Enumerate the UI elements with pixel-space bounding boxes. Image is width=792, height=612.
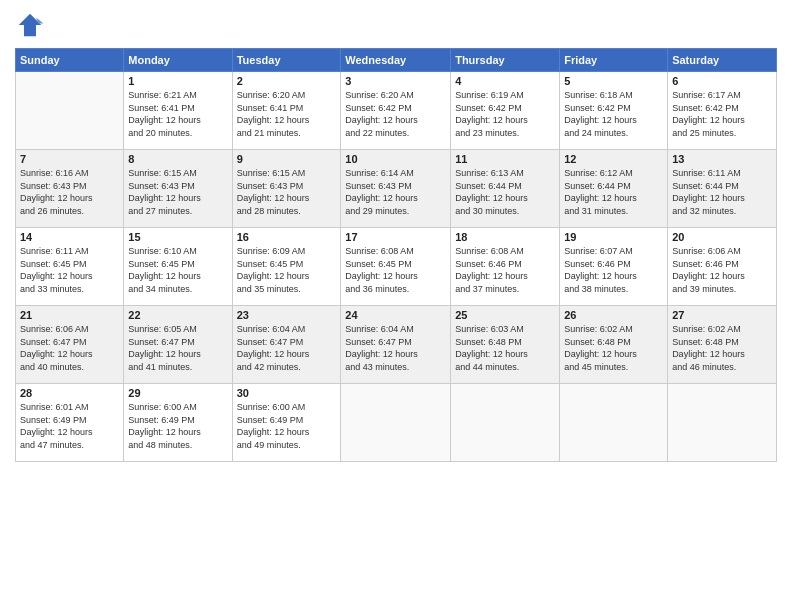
day-number: 7 [20, 153, 119, 165]
day-number: 27 [672, 309, 772, 321]
calendar-cell [341, 384, 451, 462]
day-number: 11 [455, 153, 555, 165]
day-info: Sunrise: 6:12 AM Sunset: 6:44 PM Dayligh… [564, 167, 663, 217]
day-info: Sunrise: 6:06 AM Sunset: 6:47 PM Dayligh… [20, 323, 119, 373]
day-number: 17 [345, 231, 446, 243]
header-cell-thursday: Thursday [451, 49, 560, 72]
week-row-5: 28Sunrise: 6:01 AM Sunset: 6:49 PM Dayli… [16, 384, 777, 462]
calendar-cell: 11Sunrise: 6:13 AM Sunset: 6:44 PM Dayli… [451, 150, 560, 228]
calendar-cell: 18Sunrise: 6:08 AM Sunset: 6:46 PM Dayli… [451, 228, 560, 306]
day-number: 25 [455, 309, 555, 321]
day-info: Sunrise: 6:02 AM Sunset: 6:48 PM Dayligh… [672, 323, 772, 373]
day-info: Sunrise: 6:02 AM Sunset: 6:48 PM Dayligh… [564, 323, 663, 373]
day-number: 1 [128, 75, 227, 87]
day-info: Sunrise: 6:04 AM Sunset: 6:47 PM Dayligh… [345, 323, 446, 373]
page: SundayMondayTuesdayWednesdayThursdayFrid… [0, 0, 792, 612]
day-info: Sunrise: 6:10 AM Sunset: 6:45 PM Dayligh… [128, 245, 227, 295]
header-cell-monday: Monday [124, 49, 232, 72]
day-info: Sunrise: 6:13 AM Sunset: 6:44 PM Dayligh… [455, 167, 555, 217]
calendar-cell: 19Sunrise: 6:07 AM Sunset: 6:46 PM Dayli… [560, 228, 668, 306]
calendar-cell: 6Sunrise: 6:17 AM Sunset: 6:42 PM Daylig… [668, 72, 777, 150]
day-number: 15 [128, 231, 227, 243]
calendar-cell [451, 384, 560, 462]
calendar-cell: 13Sunrise: 6:11 AM Sunset: 6:44 PM Dayli… [668, 150, 777, 228]
header-cell-sunday: Sunday [16, 49, 124, 72]
day-info: Sunrise: 6:06 AM Sunset: 6:46 PM Dayligh… [672, 245, 772, 295]
header-cell-tuesday: Tuesday [232, 49, 341, 72]
calendar-cell: 12Sunrise: 6:12 AM Sunset: 6:44 PM Dayli… [560, 150, 668, 228]
calendar-cell: 29Sunrise: 6:00 AM Sunset: 6:49 PM Dayli… [124, 384, 232, 462]
day-number: 8 [128, 153, 227, 165]
day-info: Sunrise: 6:01 AM Sunset: 6:49 PM Dayligh… [20, 401, 119, 451]
day-info: Sunrise: 6:14 AM Sunset: 6:43 PM Dayligh… [345, 167, 446, 217]
calendar-cell: 16Sunrise: 6:09 AM Sunset: 6:45 PM Dayli… [232, 228, 341, 306]
calendar-cell: 2Sunrise: 6:20 AM Sunset: 6:41 PM Daylig… [232, 72, 341, 150]
week-row-1: 1Sunrise: 6:21 AM Sunset: 6:41 PM Daylig… [16, 72, 777, 150]
day-info: Sunrise: 6:15 AM Sunset: 6:43 PM Dayligh… [128, 167, 227, 217]
header [15, 10, 777, 40]
calendar-cell: 5Sunrise: 6:18 AM Sunset: 6:42 PM Daylig… [560, 72, 668, 150]
calendar-cell: 28Sunrise: 6:01 AM Sunset: 6:49 PM Dayli… [16, 384, 124, 462]
calendar-cell: 30Sunrise: 6:00 AM Sunset: 6:49 PM Dayli… [232, 384, 341, 462]
day-info: Sunrise: 6:00 AM Sunset: 6:49 PM Dayligh… [237, 401, 337, 451]
svg-marker-0 [19, 14, 42, 37]
day-info: Sunrise: 6:05 AM Sunset: 6:47 PM Dayligh… [128, 323, 227, 373]
logo [15, 10, 49, 40]
day-info: Sunrise: 6:00 AM Sunset: 6:49 PM Dayligh… [128, 401, 227, 451]
day-info: Sunrise: 6:08 AM Sunset: 6:45 PM Dayligh… [345, 245, 446, 295]
day-number: 5 [564, 75, 663, 87]
day-number: 4 [455, 75, 555, 87]
day-number: 2 [237, 75, 337, 87]
day-number: 20 [672, 231, 772, 243]
calendar-cell: 17Sunrise: 6:08 AM Sunset: 6:45 PM Dayli… [341, 228, 451, 306]
day-info: Sunrise: 6:20 AM Sunset: 6:41 PM Dayligh… [237, 89, 337, 139]
day-info: Sunrise: 6:04 AM Sunset: 6:47 PM Dayligh… [237, 323, 337, 373]
day-info: Sunrise: 6:19 AM Sunset: 6:42 PM Dayligh… [455, 89, 555, 139]
day-number: 26 [564, 309, 663, 321]
calendar-cell [16, 72, 124, 150]
day-number: 24 [345, 309, 446, 321]
header-cell-friday: Friday [560, 49, 668, 72]
day-info: Sunrise: 6:08 AM Sunset: 6:46 PM Dayligh… [455, 245, 555, 295]
day-number: 19 [564, 231, 663, 243]
calendar-cell: 26Sunrise: 6:02 AM Sunset: 6:48 PM Dayli… [560, 306, 668, 384]
day-info: Sunrise: 6:17 AM Sunset: 6:42 PM Dayligh… [672, 89, 772, 139]
calendar-cell: 8Sunrise: 6:15 AM Sunset: 6:43 PM Daylig… [124, 150, 232, 228]
day-number: 16 [237, 231, 337, 243]
day-info: Sunrise: 6:11 AM Sunset: 6:44 PM Dayligh… [672, 167, 772, 217]
day-number: 22 [128, 309, 227, 321]
calendar-cell: 24Sunrise: 6:04 AM Sunset: 6:47 PM Dayli… [341, 306, 451, 384]
calendar-cell [560, 384, 668, 462]
day-number: 23 [237, 309, 337, 321]
week-row-4: 21Sunrise: 6:06 AM Sunset: 6:47 PM Dayli… [16, 306, 777, 384]
day-info: Sunrise: 6:09 AM Sunset: 6:45 PM Dayligh… [237, 245, 337, 295]
calendar-cell: 27Sunrise: 6:02 AM Sunset: 6:48 PM Dayli… [668, 306, 777, 384]
week-row-2: 7Sunrise: 6:16 AM Sunset: 6:43 PM Daylig… [16, 150, 777, 228]
day-number: 6 [672, 75, 772, 87]
calendar-cell: 10Sunrise: 6:14 AM Sunset: 6:43 PM Dayli… [341, 150, 451, 228]
calendar-cell: 21Sunrise: 6:06 AM Sunset: 6:47 PM Dayli… [16, 306, 124, 384]
day-info: Sunrise: 6:20 AM Sunset: 6:42 PM Dayligh… [345, 89, 446, 139]
calendar-cell: 9Sunrise: 6:15 AM Sunset: 6:43 PM Daylig… [232, 150, 341, 228]
day-number: 10 [345, 153, 446, 165]
calendar-cell: 15Sunrise: 6:10 AM Sunset: 6:45 PM Dayli… [124, 228, 232, 306]
day-number: 29 [128, 387, 227, 399]
day-info: Sunrise: 6:15 AM Sunset: 6:43 PM Dayligh… [237, 167, 337, 217]
calendar-cell: 14Sunrise: 6:11 AM Sunset: 6:45 PM Dayli… [16, 228, 124, 306]
logo-icon [15, 10, 45, 40]
day-info: Sunrise: 6:07 AM Sunset: 6:46 PM Dayligh… [564, 245, 663, 295]
week-row-3: 14Sunrise: 6:11 AM Sunset: 6:45 PM Dayli… [16, 228, 777, 306]
header-cell-saturday: Saturday [668, 49, 777, 72]
day-number: 14 [20, 231, 119, 243]
header-cell-wednesday: Wednesday [341, 49, 451, 72]
calendar-cell [668, 384, 777, 462]
day-number: 28 [20, 387, 119, 399]
calendar-cell: 25Sunrise: 6:03 AM Sunset: 6:48 PM Dayli… [451, 306, 560, 384]
calendar-cell: 4Sunrise: 6:19 AM Sunset: 6:42 PM Daylig… [451, 72, 560, 150]
calendar-table: SundayMondayTuesdayWednesdayThursdayFrid… [15, 48, 777, 462]
calendar-cell: 3Sunrise: 6:20 AM Sunset: 6:42 PM Daylig… [341, 72, 451, 150]
day-number: 18 [455, 231, 555, 243]
day-number: 3 [345, 75, 446, 87]
day-info: Sunrise: 6:21 AM Sunset: 6:41 PM Dayligh… [128, 89, 227, 139]
calendar-cell: 22Sunrise: 6:05 AM Sunset: 6:47 PM Dayli… [124, 306, 232, 384]
